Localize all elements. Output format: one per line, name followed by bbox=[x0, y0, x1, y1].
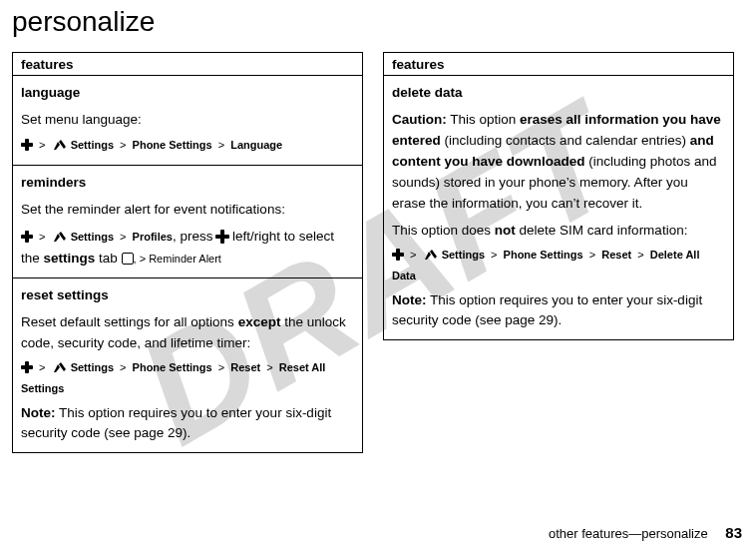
text: This option does bbox=[392, 223, 495, 238]
row-reset-settings: reset settings Reset default settings fo… bbox=[13, 278, 362, 453]
left-box: features language Set menu language: > S… bbox=[12, 52, 363, 453]
text: tab bbox=[95, 251, 121, 266]
footer: other features—personalize 83 bbox=[549, 524, 742, 541]
gt: > bbox=[218, 361, 224, 373]
path-profiles: Profiles bbox=[133, 231, 173, 243]
path-phone-settings: Phone Settings bbox=[133, 361, 212, 373]
features-header-right: features bbox=[384, 53, 733, 76]
row-desc: Set the reminder alert for event notific… bbox=[21, 200, 354, 221]
note-label: Note: bbox=[21, 405, 56, 420]
center-key-icon bbox=[21, 139, 33, 151]
gt: > bbox=[266, 361, 272, 373]
gt: > bbox=[120, 361, 126, 373]
text: , > bbox=[134, 253, 150, 265]
row-head: reminders bbox=[21, 173, 354, 194]
tools-icon bbox=[52, 138, 68, 157]
path-settings: Settings bbox=[442, 249, 485, 261]
footer-text: other features—personalize bbox=[549, 526, 708, 541]
right-box: features delete data Caution: This optio… bbox=[383, 52, 734, 340]
path-settings: Settings bbox=[71, 231, 114, 243]
left-column: features language Set menu language: > S… bbox=[12, 52, 363, 453]
gt: > bbox=[410, 249, 416, 261]
not: not bbox=[495, 223, 516, 238]
note: Note: This option requires you to enter … bbox=[392, 290, 725, 332]
tools-icon bbox=[52, 230, 68, 249]
nav-key-icon bbox=[216, 231, 228, 243]
tools-icon bbox=[423, 248, 439, 267]
caution: Caution: This option erases all informat… bbox=[392, 110, 725, 215]
gt: > bbox=[39, 361, 45, 373]
nav-path: > Settings > Phone Settings > Reset > De… bbox=[392, 247, 725, 283]
row-head: delete data bbox=[392, 83, 725, 104]
gt: > bbox=[218, 139, 224, 151]
row-desc: Reset default settings for all options e… bbox=[21, 312, 354, 354]
path-reset: Reset bbox=[230, 361, 260, 373]
note-text: This option requires you to enter your s… bbox=[392, 292, 702, 328]
path-settings: Settings bbox=[71, 361, 114, 373]
row-delete-data: delete data Caution: This option erases … bbox=[384, 76, 733, 339]
row-head: language bbox=[21, 83, 354, 104]
text: delete SIM card information: bbox=[516, 223, 688, 238]
text: This option bbox=[447, 112, 520, 127]
columns: features language Set menu language: > S… bbox=[0, 52, 756, 453]
gt: > bbox=[637, 249, 643, 261]
row-reminders: reminders Set the reminder alert for eve… bbox=[13, 166, 362, 278]
center-key-icon bbox=[392, 249, 404, 261]
row-head: reset settings bbox=[21, 285, 354, 306]
caution-label: Caution: bbox=[392, 112, 447, 127]
right-column: features delete data Caution: This optio… bbox=[383, 52, 734, 453]
desc: This option does not delete SIM card inf… bbox=[392, 221, 725, 242]
gt: > bbox=[120, 139, 126, 151]
row-language: language Set menu language: > Settings >… bbox=[13, 76, 362, 166]
note-label: Note: bbox=[392, 292, 427, 307]
nav-path: > Settings > Profiles, press left/right … bbox=[21, 227, 354, 270]
page-number: 83 bbox=[725, 524, 742, 541]
except: except bbox=[238, 314, 281, 329]
path-language: Language bbox=[230, 139, 282, 151]
page-content: personalize features language Set menu l… bbox=[0, 6, 756, 453]
gt: > bbox=[39, 139, 45, 151]
features-header-left: features bbox=[13, 53, 362, 76]
text: Reset default settings for all options bbox=[21, 314, 238, 329]
center-key-icon bbox=[21, 231, 33, 243]
gt: > bbox=[589, 249, 595, 261]
note: Note: This option requires you to enter … bbox=[21, 403, 354, 445]
tab-icon bbox=[122, 253, 134, 265]
note-text: This option requires you to enter your s… bbox=[21, 405, 331, 441]
gt: > bbox=[491, 249, 497, 261]
text: (including contacts and calendar entries… bbox=[441, 133, 690, 148]
tools-icon bbox=[52, 360, 68, 379]
nav-path: > Settings > Phone Settings > Reset > Re… bbox=[21, 359, 354, 396]
center-key-icon bbox=[21, 361, 33, 373]
text: , press bbox=[173, 229, 216, 244]
path-settings: Settings bbox=[71, 139, 114, 151]
path-reminder-alert: Reminder Alert bbox=[149, 253, 221, 265]
row-desc: Set menu language: bbox=[21, 110, 354, 131]
settings-tab: settings bbox=[44, 251, 96, 266]
path-phone-settings: Phone Settings bbox=[133, 139, 212, 151]
gt: > bbox=[39, 231, 45, 243]
page-title: personalize bbox=[12, 6, 756, 38]
path-reset: Reset bbox=[601, 249, 631, 261]
gt: > bbox=[120, 231, 126, 243]
nav-path: > Settings > Phone Settings > Language bbox=[21, 137, 354, 157]
path-phone-settings: Phone Settings bbox=[504, 249, 583, 261]
